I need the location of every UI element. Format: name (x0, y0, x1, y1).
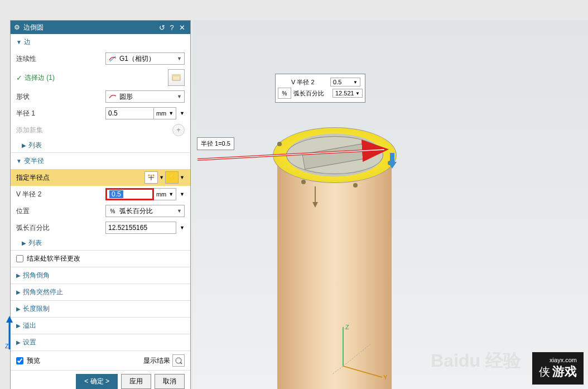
svg-text:Z: Z (5, 343, 9, 349)
caret-right-icon: ▶ (22, 240, 26, 246)
vradius2-unit[interactable]: mm▼ (154, 188, 176, 200)
section-settings[interactable]: ▶ 设置 (11, 334, 190, 350)
help-icon[interactable]: ? (167, 22, 177, 32)
check-icon: ✓ (16, 74, 22, 82)
section-length-limit[interactable]: ▶ 长度限制 (11, 300, 190, 317)
vradius2-row: V 半径 2 0.5 mm▼ ▼ (11, 186, 190, 203)
watermark-baidu: Baidu 经验 (431, 349, 521, 373)
specify-point-row: 指定半径点 ▼ ⚡ ▼ (11, 169, 190, 186)
list-link-1[interactable]: ▶ 列表 (11, 138, 190, 152)
float-vradius-input[interactable]: 0.5▼ (330, 78, 360, 87)
select-edge-button[interactable] (168, 69, 185, 86)
svg-line-16 (343, 366, 382, 377)
caret-right-icon: ▶ (22, 142, 26, 148)
position-row: 位置 % 弧长百分比 ▼ (11, 203, 190, 219)
percent-icon[interactable]: % (278, 88, 291, 99)
section-var-radius[interactable]: ▼ 变半径 (11, 152, 190, 169)
add-button[interactable]: + (172, 124, 185, 136)
svg-line-18 (343, 344, 371, 366)
svg-point-4 (148, 175, 150, 176)
add-new-row: 添加新集 + (11, 122, 190, 138)
panel-header: ⚙ 边倒圆 ↺ ? ✕ (11, 21, 190, 34)
chevron-down-icon[interactable]: ▼ (180, 175, 185, 180)
show-result-button[interactable] (172, 354, 185, 367)
caret-down-icon: ▼ (16, 39, 22, 45)
chevron-down-icon[interactable]: ▼ (180, 191, 185, 197)
point-picker-button[interactable] (144, 171, 158, 184)
svg-line-7 (180, 362, 182, 364)
cancel-button[interactable]: 取消 (155, 374, 185, 389)
caret-right-icon: ▶ (16, 272, 21, 278)
chevron-down-icon[interactable]: ▼ (159, 175, 164, 180)
svg-marker-13 (312, 202, 318, 208)
soft-radius-row: 结束处软半径更改 (11, 250, 190, 267)
radius1-row: 半径 1 0.5 mm▼ ▼ (11, 105, 190, 122)
svg-rect-1 (172, 75, 180, 76)
section-edge[interactable]: ▼ 边 (11, 34, 190, 50)
watermark-site: xiayx.com 侠 游戏 (532, 352, 584, 385)
viewport-3d[interactable]: 半径 1=0.5 V 半径 2 0.5▼ % 弧长百分比 12.521▼ Z Y (192, 20, 588, 389)
control-point[interactable] (301, 180, 306, 184)
arc-percent-row: 弧长百分比 12.52155165 ▼ (11, 219, 190, 236)
control-point[interactable] (277, 142, 282, 146)
chevron-down-icon: ▼ (177, 56, 182, 61)
chevron-down-icon[interactable]: ▼ (180, 111, 185, 116)
svg-marker-11 (388, 153, 397, 169)
position-dropdown[interactable]: % 弧长百分比 ▼ (105, 205, 185, 217)
caret-right-icon: ▶ (16, 306, 21, 312)
shape-dropdown[interactable]: 圆形 ▼ (105, 90, 185, 103)
section-overflow[interactable]: ▶ 溢出 (11, 317, 190, 334)
shape-row: 形状 圆形 ▼ (11, 88, 190, 105)
soft-radius-checkbox[interactable] (16, 255, 23, 262)
ok-button[interactable]: < 确定 > (76, 374, 118, 389)
preview-row: 预览 显示结果 (11, 350, 190, 370)
svg-text:Y: Y (383, 374, 388, 381)
svg-marker-21 (6, 316, 13, 323)
chevron-down-icon[interactable]: ▼ (180, 225, 185, 230)
caret-right-icon: ▶ (16, 289, 21, 295)
svg-text:Z: Z (345, 324, 349, 330)
percent-icon: % (108, 206, 117, 215)
tangent-icon (108, 54, 117, 63)
direction-arrow-icon[interactable] (387, 153, 398, 170)
section-corner-fillet[interactable]: ▶ 拐角倒角 (11, 267, 190, 284)
coordinate-axes: Z Y (332, 321, 399, 388)
caret-down-icon: ▼ (16, 158, 22, 164)
preview-checkbox[interactable] (16, 357, 23, 364)
list-link-2[interactable]: ▶ 列表 (11, 236, 190, 250)
radius1-unit[interactable]: mm▼ (154, 107, 176, 119)
gear-icon: ⚙ (14, 23, 20, 31)
section-corner-stop[interactable]: ▶ 拐角突然停止 (11, 284, 190, 300)
direction-arrow-icon[interactable] (310, 186, 321, 209)
close-icon[interactable]: ✕ (177, 22, 187, 32)
radius1-input[interactable]: 0.5 (105, 107, 154, 119)
control-point[interactable] (353, 183, 358, 188)
arc-percent-input[interactable]: 12.52155165 (105, 222, 176, 234)
circle-icon (108, 92, 117, 101)
svg-line-19 (332, 366, 343, 383)
float-panel: V 半径 2 0.5▼ % 弧长百分比 12.521▼ (275, 74, 365, 103)
panel-title: 边倒圆 (23, 23, 44, 32)
svg-point-5 (153, 175, 155, 176)
continuity-dropdown[interactable]: G1（相切） ▼ (105, 52, 185, 65)
radius-label: 半径 1=0.5 (197, 137, 234, 150)
select-edge-row: ✓ 选择边 (1) (11, 67, 190, 88)
reset-icon[interactable]: ↺ (157, 22, 167, 32)
float-arc-input[interactable]: 12.521▼ (332, 89, 363, 98)
apply-button[interactable]: 应用 (121, 374, 151, 389)
lightning-button[interactable]: ⚡ (165, 171, 179, 184)
edge-blend-panel: ⚙ 边倒圆 ↺ ? ✕ ▼ 边 连续性 G1（相切） ▼ ✓ 选择边 (1) 形… (10, 20, 191, 389)
continuity-row: 连续性 G1（相切） ▼ (11, 50, 190, 67)
chevron-down-icon: ▼ (177, 94, 182, 99)
panel-footer: < 确定 > 应用 取消 (11, 370, 190, 389)
z-axis-icon: Z (3, 316, 20, 355)
chevron-down-icon: ▼ (177, 208, 182, 214)
vradius2-input[interactable]: 0.5 (105, 188, 154, 200)
